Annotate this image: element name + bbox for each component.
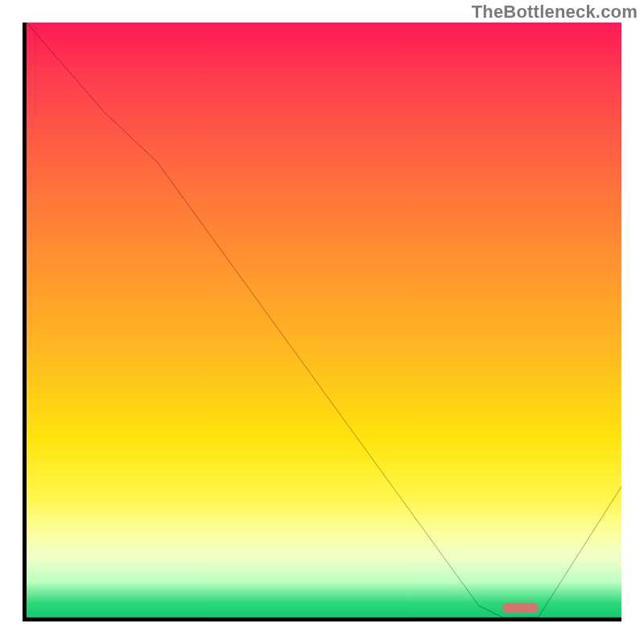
optimal-range-marker (502, 603, 538, 613)
chart-stage: TheBottleneck.com (0, 0, 644, 644)
watermark-text: TheBottleneck.com (472, 2, 638, 23)
bottleneck-curve (27, 23, 621, 617)
plot-area (23, 23, 621, 621)
